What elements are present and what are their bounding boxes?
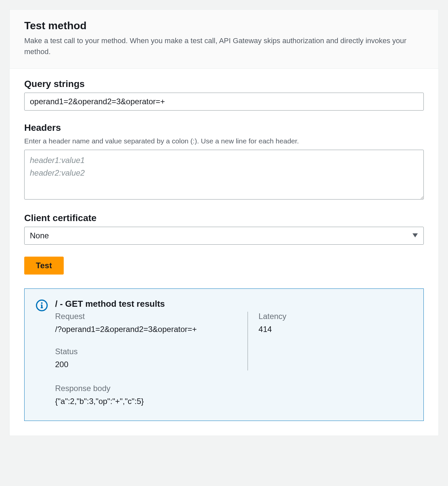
latency-label: Latency (259, 312, 412, 321)
query-strings-label: Query strings (24, 79, 424, 89)
panel-body: Query strings Headers Enter a header nam… (10, 69, 438, 436)
panel-header: Test method Make a test call to your met… (10, 10, 438, 69)
svg-point-5 (41, 302, 43, 304)
panel-title: Test method (24, 20, 424, 32)
headers-label: Headers (24, 122, 424, 133)
request-label: Request (55, 312, 237, 321)
status-block: Status 200 (55, 347, 237, 370)
test-results-title: / - GET method test results (55, 299, 412, 309)
query-strings-input[interactable] (24, 93, 424, 111)
response-body-block: Response body {"a":2,"b":3,"op":"+","c":… (55, 384, 412, 407)
latency-block: Latency 414 (259, 312, 412, 335)
request-value: /?operand1=2&operand2=3&operator=+ (55, 323, 237, 335)
client-certificate-field: Client certificate None (24, 213, 424, 245)
test-results-content: / - GET method test results Request /?op… (55, 299, 412, 407)
test-method-panel: Test method Make a test call to your met… (9, 9, 439, 436)
test-results-box: / - GET method test results Request /?op… (24, 288, 424, 421)
svg-rect-3 (41, 305, 42, 306)
headers-textarea[interactable] (24, 150, 424, 200)
request-block: Request /?operand1=2&operand2=3&operator… (55, 312, 237, 335)
client-certificate-label: Client certificate (24, 213, 424, 223)
status-label: Status (55, 347, 237, 356)
headers-field: Headers Enter a header name and value se… (24, 122, 424, 201)
svg-rect-4 (41, 307, 43, 308)
status-value: 200 (55, 358, 237, 370)
response-body-label: Response body (55, 384, 412, 393)
latency-value: 414 (259, 323, 412, 335)
query-strings-field: Query strings (24, 79, 424, 111)
client-certificate-select[interactable]: None (24, 227, 424, 245)
response-body-value: {"a":2,"b":3,"op":"+","c":5} (55, 395, 412, 407)
headers-help: Enter a header name and value separated … (24, 136, 424, 146)
info-icon (36, 299, 48, 407)
panel-description: Make a test call to your method. When yo… (24, 35, 424, 57)
test-button[interactable]: Test (24, 257, 64, 275)
